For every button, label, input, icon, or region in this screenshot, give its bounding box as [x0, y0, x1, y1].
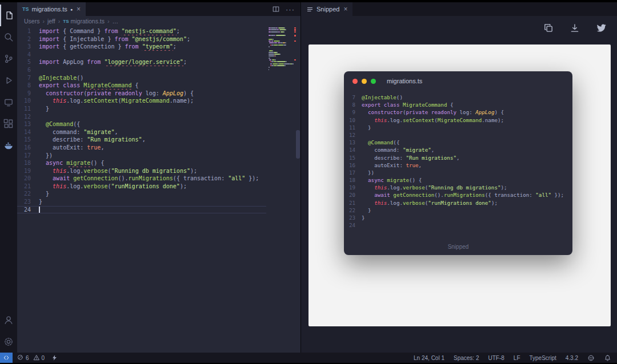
- code-line: 22 }: [346, 207, 572, 214]
- close-tab-icon[interactable]: ×: [77, 5, 81, 13]
- line-number: 8: [346, 101, 355, 108]
- snippet-title: migrations.ts: [387, 78, 422, 84]
- line-number: 7: [17, 74, 31, 82]
- code-line: 10 this.log.setContext(MigrateCommand.na…: [346, 116, 572, 124]
- code-line: 19 this.log.verbose("Running db migratio…: [346, 184, 572, 191]
- code-line: 15 describe: "Run migrations",: [17, 136, 266, 144]
- remote-indicator[interactable]: [0, 353, 13, 363]
- tab-label: migrations.ts: [32, 6, 67, 13]
- activity-bar: [0, 2, 17, 353]
- minimap[interactable]: [269, 27, 295, 72]
- code-line: 3import { getConnection } from "typeorm"…: [17, 43, 266, 51]
- code-line: 7@Injectable(): [17, 74, 266, 82]
- status-cursor-position[interactable]: Ln 24, Col 1: [414, 355, 444, 361]
- breadcrumb-item[interactable]: jeff: [47, 18, 55, 25]
- line-number: 10: [17, 97, 31, 105]
- account-icon[interactable]: [0, 309, 17, 331]
- split-editor-icon[interactable]: [272, 5, 280, 13]
- line-number: 19: [17, 167, 31, 175]
- modified-indicator: ●: [70, 7, 73, 11]
- line-number: 24: [17, 206, 31, 214]
- close-tab-icon[interactable]: ×: [343, 5, 347, 13]
- warning-count: 0: [42, 355, 45, 361]
- tab-snipped[interactable]: Snipped ×: [301, 2, 352, 16]
- code-line: 15 describe: "Run migrations",: [346, 154, 572, 161]
- line-number: 21: [17, 183, 31, 191]
- line-number: 18: [346, 176, 355, 184]
- copy-icon[interactable]: [543, 23, 554, 34]
- scrollbar-thumb[interactable]: [296, 130, 300, 159]
- error-icon: [17, 354, 24, 361]
- code-line: 8export class MigrateCommand {: [17, 82, 266, 90]
- tab-migrations-ts[interactable]: TS migrations.ts ● ×: [17, 2, 86, 16]
- code-editor[interactable]: 1import { Command } from "nestjs-command…: [17, 26, 266, 353]
- line-number: 5: [17, 58, 31, 66]
- code-line: 20 await getConnection().runMigrations({…: [346, 191, 572, 199]
- code-line: 21 this.log.verbose("runMigrations done"…: [346, 199, 572, 207]
- line-number: 10: [346, 116, 355, 124]
- code-line: 18 async migrate() {: [17, 159, 266, 167]
- breadcrumb-item[interactable]: TSmigrations.ts: [63, 18, 105, 25]
- remote-icon[interactable]: [0, 91, 17, 113]
- line-number: 7: [346, 94, 355, 101]
- smiley-icon[interactable]: [587, 354, 595, 362]
- extensions-icon[interactable]: [0, 113, 17, 135]
- code-line: 9 constructor(private readonly log: AppL…: [17, 90, 266, 98]
- snipped-list-icon: [306, 6, 314, 13]
- docker-icon[interactable]: [0, 135, 17, 156]
- status-language[interactable]: TypeScript: [530, 355, 556, 361]
- status-bar: 6 0 Ln 24, Col 1Spaces: 2UTF-8LFTypeScri…: [0, 353, 617, 363]
- line-number: 9: [17, 90, 31, 98]
- line-number: 22: [346, 207, 355, 214]
- code-line: 13 @Command({: [346, 139, 572, 146]
- line-number: 1: [17, 27, 31, 35]
- line-number: 4: [17, 51, 31, 59]
- line-number: 6: [17, 66, 31, 74]
- problems-indicator[interactable]: 6 0: [17, 354, 45, 361]
- breadcrumb-item[interactable]: …: [113, 18, 119, 25]
- line-number: 18: [17, 159, 31, 167]
- code-line: 24: [17, 206, 266, 214]
- breadcrumb-item[interactable]: Users: [24, 18, 39, 25]
- status-eol[interactable]: LF: [514, 355, 520, 361]
- code-line: 6: [17, 66, 266, 74]
- code-line: 22 }: [17, 190, 266, 198]
- code-line: 17 }): [346, 169, 572, 176]
- code-line: 16 autoExit: true,: [17, 144, 266, 152]
- snippet-window: migrations.ts 7@Injectable()8export clas…: [344, 71, 572, 255]
- code-line: 18 async migrate() {: [346, 176, 572, 184]
- editor-scrollbar[interactable]: [295, 26, 301, 353]
- breadcrumb-separator: ›: [107, 18, 110, 25]
- source-control-icon[interactable]: [0, 48, 17, 70]
- code-line: 8export class MigrateCommand {: [346, 101, 572, 108]
- twitter-icon[interactable]: [596, 23, 607, 34]
- status-ts-version[interactable]: 4.3.2: [566, 355, 578, 361]
- vscode-window: TS migrations.ts ● × ··· Users›jeff›TSmi…: [0, 0, 617, 364]
- error-count: 6: [26, 355, 29, 361]
- right-tab-bar: Snipped ×: [301, 2, 617, 16]
- snippet-code: 7@Injectable()8export class MigrateComma…: [344, 91, 572, 229]
- more-actions-icon[interactable]: ···: [286, 5, 295, 14]
- code-line: 23}: [17, 198, 266, 206]
- line-number: 14: [346, 146, 355, 153]
- download-icon[interactable]: [570, 23, 580, 34]
- explorer-icon[interactable]: [0, 5, 17, 26]
- status-indentation[interactable]: Spaces: 2: [454, 355, 479, 361]
- typescript-file-icon: TS: [22, 6, 29, 12]
- code-line: 17 }): [17, 152, 266, 160]
- run-debug-icon[interactable]: [0, 70, 17, 91]
- search-icon[interactable]: [0, 26, 17, 48]
- settings-icon[interactable]: [0, 331, 17, 353]
- breadcrumb: Users›jeff›TSmigrations.ts›…: [17, 16, 301, 26]
- status-encoding[interactable]: UTF-8: [488, 355, 504, 361]
- code-line: 11 }: [346, 124, 572, 131]
- traffic-light-green-icon: [371, 79, 376, 84]
- tab-label: Snipped: [316, 6, 339, 13]
- line-number: 17: [346, 169, 355, 176]
- line-number: 15: [346, 154, 355, 161]
- bell-icon[interactable]: [604, 354, 611, 362]
- code-line: 21 this.log.verbose("runMigrations done"…: [17, 183, 266, 191]
- breadcrumb-separator: ›: [58, 18, 61, 25]
- bolt-icon[interactable]: [51, 354, 58, 361]
- snipped-toolbar: [543, 23, 607, 34]
